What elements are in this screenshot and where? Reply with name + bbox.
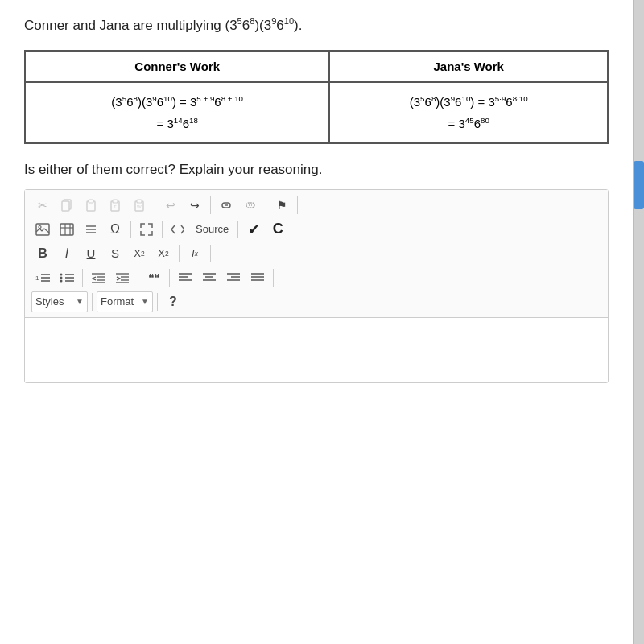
undo-button[interactable]: ↩	[159, 195, 182, 216]
flag-button[interactable]: ⚑	[270, 195, 293, 216]
redo-button[interactable]: ↪	[184, 195, 206, 216]
editor-container: ✂ T	[24, 189, 609, 383]
ordered-list-button[interactable]: 1	[31, 267, 54, 288]
sep15	[157, 293, 158, 311]
sep1	[155, 196, 155, 214]
align-right-button[interactable]	[222, 267, 245, 288]
svg-rect-3	[89, 200, 93, 203]
align-left-button[interactable]	[174, 267, 196, 288]
sep7	[237, 221, 238, 238]
subscript-button[interactable]: X2	[128, 243, 151, 264]
source-button[interactable]: Source	[191, 219, 233, 240]
strikethrough-button[interactable]: S	[104, 243, 126, 264]
paste-text-button[interactable]: T	[104, 195, 126, 216]
jana-work: (3568)(39610) = 35·968·10 = 345680	[329, 82, 608, 143]
sep12	[169, 269, 170, 287]
c-button[interactable]: C	[266, 219, 289, 240]
unordered-list-button[interactable]	[56, 267, 78, 288]
clear-format-button[interactable]: Ix	[184, 243, 206, 264]
superscript-button[interactable]: X2	[152, 243, 175, 264]
toolbar-row-1: ✂ T	[31, 195, 601, 216]
svg-rect-5	[113, 200, 118, 203]
sep3	[266, 196, 266, 214]
svg-rect-8	[137, 200, 142, 203]
blockquote-button[interactable]: ❝❝	[142, 267, 165, 288]
problem-intro: Conner and Jana are multiplying (3568)(3…	[24, 16, 609, 35]
svg-point-23	[60, 273, 63, 275]
outdent-button[interactable]	[87, 267, 109, 288]
toolbar-row-4: 1	[31, 267, 601, 288]
styles-arrow: ▼	[76, 297, 84, 306]
link-button[interactable]	[215, 195, 237, 216]
sep5	[130, 221, 131, 238]
svg-rect-12	[60, 224, 73, 235]
code-icon[interactable]	[167, 219, 189, 240]
check-button[interactable]: ✔	[242, 219, 265, 240]
sep4	[297, 196, 298, 214]
svg-text:W: W	[137, 204, 142, 209]
help-button[interactable]: ?	[162, 291, 184, 312]
format-label: Format	[101, 295, 138, 308]
format-select[interactable]: Format ▼	[97, 291, 153, 312]
underline-button[interactable]: U	[80, 243, 102, 264]
svg-text:1: 1	[35, 275, 39, 282]
omega-button[interactable]: Ω	[104, 219, 126, 240]
toolbar-row-3: B I U S X2 X2 Ix	[31, 243, 601, 264]
sep10	[82, 269, 83, 287]
styles-select[interactable]: Styles ▼	[31, 291, 88, 312]
indent-button[interactable]	[111, 267, 134, 288]
sep9	[210, 245, 211, 262]
italic-button[interactable]: I	[56, 243, 78, 264]
scrollbar[interactable]	[633, 0, 644, 644]
align-center-button[interactable]	[198, 267, 221, 288]
sep8	[179, 245, 180, 262]
justify-button[interactable]	[246, 267, 269, 288]
list-style-button[interactable]	[80, 219, 102, 240]
sep6	[162, 221, 163, 238]
editor-toolbar: ✂ T	[25, 190, 608, 318]
sep2	[210, 196, 211, 214]
scrollbar-thumb[interactable]	[634, 161, 644, 209]
editor-body[interactable]	[25, 318, 608, 382]
sep14	[92, 293, 93, 311]
svg-text:T: T	[114, 204, 117, 209]
paste-word-button[interactable]: W	[128, 195, 151, 216]
sep13	[273, 269, 274, 287]
toolbar-row-5: Styles ▼ Format ▼ ?	[31, 291, 601, 312]
conner-work: (3568)(39610) = 35 + 968 + 10 = 314618	[25, 82, 329, 143]
svg-point-24	[60, 276, 63, 279]
sep11	[138, 269, 138, 287]
copy-button[interactable]	[56, 195, 78, 216]
bold-button[interactable]: B	[31, 243, 54, 264]
svg-point-11	[39, 225, 41, 228]
cut-button[interactable]: ✂	[31, 195, 54, 216]
expand-button[interactable]	[135, 219, 158, 240]
styles-label: Styles	[35, 295, 72, 308]
unlink-button[interactable]	[239, 195, 262, 216]
image-button[interactable]	[31, 219, 54, 240]
work-table: Conner's Work Jana's Work (3568)(39610) …	[24, 50, 609, 144]
main-content: Conner and Jana are multiplying (3568)(3…	[0, 0, 633, 644]
format-arrow: ▼	[141, 297, 149, 306]
svg-rect-1	[62, 201, 69, 211]
svg-point-25	[60, 279, 63, 282]
paste-button[interactable]	[80, 195, 102, 216]
jana-header: Jana's Work	[329, 51, 608, 82]
question-text: Is either of them correct? Explain your …	[24, 162, 609, 178]
conner-header: Conner's Work	[25, 51, 329, 82]
toolbar-row-2: Ω Sou	[31, 219, 601, 240]
table-button[interactable]	[56, 219, 78, 240]
